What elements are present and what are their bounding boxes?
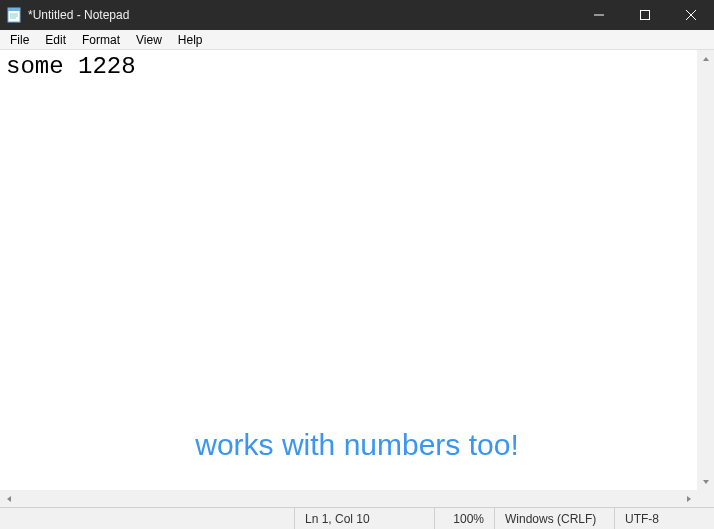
status-zoom: 100% bbox=[434, 508, 494, 529]
menubar: File Edit Format View Help bbox=[0, 30, 714, 50]
editor-area: some 1228 bbox=[0, 50, 714, 507]
svg-marker-10 bbox=[703, 480, 709, 484]
scroll-down-icon[interactable] bbox=[697, 473, 714, 490]
window-controls bbox=[576, 0, 714, 30]
svg-rect-1 bbox=[8, 8, 20, 11]
menu-file[interactable]: File bbox=[2, 32, 37, 48]
titlebar[interactable]: *Untitled - Notepad bbox=[0, 0, 714, 30]
text-editor[interactable]: some 1228 bbox=[0, 50, 697, 490]
close-button[interactable] bbox=[668, 0, 714, 30]
menu-view[interactable]: View bbox=[128, 32, 170, 48]
status-encoding: UTF-8 bbox=[614, 508, 714, 529]
horizontal-scrollbar[interactable] bbox=[0, 490, 697, 507]
svg-rect-6 bbox=[641, 11, 650, 20]
scroll-up-icon[interactable] bbox=[697, 50, 714, 67]
maximize-button[interactable] bbox=[622, 0, 668, 30]
vertical-scrollbar[interactable] bbox=[697, 50, 714, 490]
svg-marker-12 bbox=[687, 496, 691, 502]
svg-marker-11 bbox=[7, 496, 11, 502]
menu-help[interactable]: Help bbox=[170, 32, 211, 48]
scroll-corner bbox=[697, 490, 714, 507]
minimize-button[interactable] bbox=[576, 0, 622, 30]
svg-marker-9 bbox=[703, 57, 709, 61]
status-caret-position: Ln 1, Col 10 bbox=[294, 508, 434, 529]
status-line-ending: Windows (CRLF) bbox=[494, 508, 614, 529]
status-spacer bbox=[0, 508, 294, 529]
window-title: *Untitled - Notepad bbox=[28, 8, 576, 22]
menu-format[interactable]: Format bbox=[74, 32, 128, 48]
statusbar: Ln 1, Col 10 100% Windows (CRLF) UTF-8 bbox=[0, 507, 714, 529]
menu-edit[interactable]: Edit bbox=[37, 32, 74, 48]
notepad-icon bbox=[6, 7, 22, 23]
scroll-left-icon[interactable] bbox=[0, 490, 17, 507]
scroll-right-icon[interactable] bbox=[680, 490, 697, 507]
